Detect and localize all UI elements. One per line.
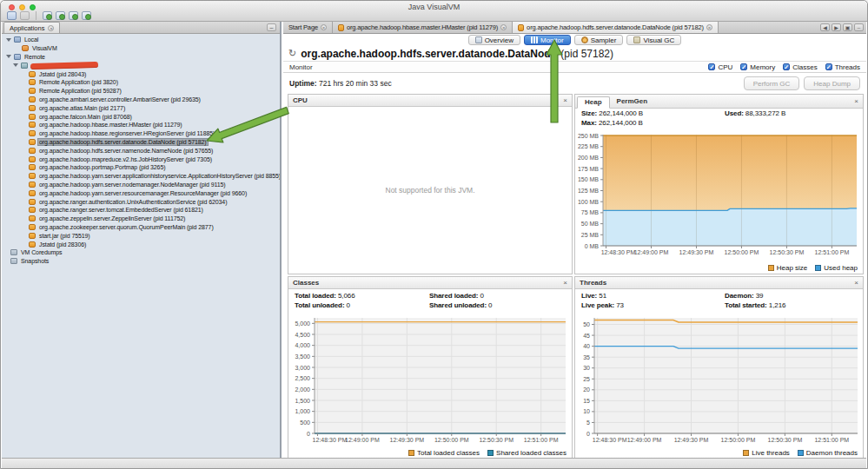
- tree-item[interactable]: org.apache.zookeeper.server.quorum.Quoru…: [2, 223, 280, 232]
- tree-item[interactable]: org.apache.hadoop.hbase.regionserver.HRe…: [2, 129, 280, 138]
- svg-text:75 MB: 75 MB: [581, 209, 600, 215]
- tree-item-label: org.apache.falcon.Main (pid 87068): [38, 114, 133, 120]
- open-file-icon[interactable]: [7, 11, 17, 20]
- tree-item[interactable]: VisualVM: [2, 44, 280, 53]
- tree-item[interactable]: start.jar (pid 75519): [2, 231, 280, 240]
- checkbox-checked-icon[interactable]: ✓: [825, 63, 832, 70]
- stat-live-peak-: Live peak: 73: [581, 301, 624, 309]
- tree-item[interactable]: org.apache.hadoop.portmap.Portmap (pid 3…: [2, 163, 280, 172]
- memory-tab-permgen[interactable]: PermGen: [610, 96, 655, 108]
- monitor-icon: [531, 36, 538, 43]
- tree-item[interactable]: Snapshots: [2, 257, 280, 266]
- expander-icon[interactable]: [6, 55, 11, 58]
- add-remote-host-icon[interactable]: [56, 11, 65, 20]
- document-tab[interactable]: org.apache.hadoop.hbase.master.HMaster (…: [333, 22, 513, 33]
- tree-item[interactable]: org.apache.ranger.authentication.UnixAut…: [2, 197, 280, 206]
- checkbox-checked-icon[interactable]: ✓: [740, 63, 747, 70]
- checkbox-threads[interactable]: ✓Threads: [825, 63, 860, 71]
- tree-item[interactable]: Remote Application (pid 3820): [2, 78, 280, 87]
- svg-text:125 MB: 125 MB: [578, 188, 599, 194]
- legend-item: Total loaded classes: [408, 449, 480, 457]
- checkbox-label: CPU: [718, 63, 732, 71]
- subtab-sampler[interactable]: Sampler: [574, 35, 624, 45]
- checkbox-checked-icon[interactable]: ✓: [783, 63, 790, 70]
- close-icon[interactable]: ×: [563, 96, 567, 104]
- tree-item[interactable]: org.apache.hadoop.yarn.server.nodemanage…: [2, 181, 280, 189]
- close-icon[interactable]: ×: [48, 25, 54, 31]
- sidebar-minimize-button[interactable]: –: [267, 23, 276, 31]
- tree-item[interactable]: org.apache.zeppelin.server.ZeppelinServe…: [2, 215, 280, 223]
- close-icon[interactable]: ×: [563, 279, 567, 287]
- tree-item[interactable]: [2, 61, 280, 69]
- tree-item-label: org.apache.hadoop.yarn.server.applicatio…: [38, 173, 280, 179]
- tree-item[interactable]: org.apache.atlas.Main (pid 2177): [2, 103, 280, 112]
- close-icon[interactable]: ×: [706, 24, 712, 30]
- app-icon: [29, 96, 36, 102]
- svg-text:3,000: 3,000: [295, 365, 310, 371]
- tree-item[interactable]: org.apache.hadoop.hbase.master.HMaster (…: [2, 121, 280, 129]
- perform-gc-button[interactable]: Perform GC: [744, 76, 800, 90]
- applications-tab-label: Applications: [10, 24, 44, 32]
- add-application-icon[interactable]: [43, 11, 52, 20]
- svg-text:5: 5: [586, 419, 590, 426]
- legend-swatch: [768, 265, 774, 271]
- tab-label: org.apache.hadoop.hbase.master.HMaster (…: [347, 23, 498, 31]
- tree-item[interactable]: org.apache.hadoop.yarn.server.applicatio…: [2, 172, 280, 181]
- expander-icon[interactable]: [6, 38, 11, 42]
- tree-item[interactable]: org.apache.ambari.server.controller.Amba…: [2, 96, 280, 104]
- svg-text:12:48:30 PM: 12:48:30 PM: [313, 437, 348, 443]
- applications-panel: Applications × – LocalVisualVMRemoteJsta…: [2, 22, 282, 458]
- tree-item[interactable]: org.apache.hadoop.hdfs.server.datanode.D…: [2, 138, 280, 147]
- tree-item[interactable]: VM Coredumps: [2, 248, 280, 257]
- tree-item[interactable]: Jstatd (pid 28043): [2, 69, 280, 78]
- subtab-overview[interactable]: Overview: [468, 35, 520, 45]
- save-icon[interactable]: [20, 11, 30, 20]
- app-icon: [29, 215, 36, 221]
- app-icon: [29, 207, 36, 213]
- close-icon[interactable]: ×: [854, 279, 858, 287]
- checkbox-checked-icon[interactable]: ✓: [708, 63, 715, 70]
- checkbox-classes[interactable]: ✓Classes: [783, 63, 817, 71]
- checkbox-memory[interactable]: ✓Memory: [740, 63, 775, 71]
- uptime-text: Uptime: 721 hrs 20 min 33 sec: [289, 79, 392, 88]
- tabstrip-button[interactable]: ▶: [832, 23, 841, 31]
- tree-item[interactable]: org.apache.hadoop.hdfs.server.namenode.N…: [2, 146, 280, 155]
- tree-item[interactable]: org.apache.hadoop.yarn.server.resourcema…: [2, 188, 280, 197]
- close-icon[interactable]: ×: [854, 97, 858, 105]
- tabstrip-button[interactable]: –: [854, 23, 864, 31]
- svg-text:50 MB: 50 MB: [581, 221, 600, 227]
- close-icon[interactable]: ×: [500, 24, 507, 30]
- tree-item[interactable]: org.apache.hadoop.mapreduce.v2.hs.JobHis…: [2, 155, 280, 163]
- add-vm-coredump-icon[interactable]: [82, 11, 91, 20]
- memory-tab-heap[interactable]: Heap: [577, 96, 610, 109]
- tree-item[interactable]: Jstatd (pid 28306): [2, 240, 280, 248]
- svg-text:12:49:30 PM: 12:49:30 PM: [390, 437, 425, 443]
- tabstrip-button[interactable]: ◀: [820, 23, 830, 31]
- tree-item[interactable]: org.apache.ranger.server.tomcat.Embedded…: [2, 206, 280, 215]
- expander-icon[interactable]: [13, 63, 18, 67]
- svg-text:40: 40: [583, 343, 590, 349]
- cpu-panel-title: CPU: [293, 96, 308, 104]
- tree-item[interactable]: Local: [2, 36, 280, 44]
- svg-text:4,500: 4,500: [295, 332, 310, 338]
- document-tab[interactable]: org.apache.hadoop.hdfs.server.datanode.D…: [513, 22, 719, 33]
- subtab-label: Visual GC: [643, 36, 674, 44]
- heap-dump-button[interactable]: Heap Dump: [804, 76, 860, 90]
- tree-item-label: org.apache.zookeeper.server.quorum.Quoru…: [38, 224, 215, 230]
- subtab-visualgc[interactable]: Visual GC: [626, 35, 681, 45]
- applications-tab[interactable]: Applications ×: [3, 22, 60, 33]
- checkbox-cpu[interactable]: ✓CPU: [708, 63, 732, 71]
- subtab-monitor[interactable]: Monitor: [524, 35, 571, 45]
- add-jmx-connection-icon[interactable]: [69, 11, 78, 20]
- tree-item[interactable]: Remote: [2, 53, 280, 62]
- tree-item[interactable]: org.apache.falcon.Main (pid 87068): [2, 112, 280, 121]
- document-tab[interactable]: Start Page×: [283, 22, 333, 33]
- legend-label: Used heap: [824, 264, 858, 272]
- app-icon: [29, 199, 36, 205]
- close-icon[interactable]: ×: [321, 24, 327, 30]
- tabstrip-button[interactable]: ▣: [843, 23, 852, 31]
- app-icon: [29, 105, 36, 111]
- tab-label: org.apache.hadoop.hdfs.server.datanode.D…: [527, 23, 704, 31]
- stat-total-unloaded-: Total unloaded: 0: [295, 301, 350, 309]
- tree-item[interactable]: Remote Application (pid 59287): [2, 87, 280, 96]
